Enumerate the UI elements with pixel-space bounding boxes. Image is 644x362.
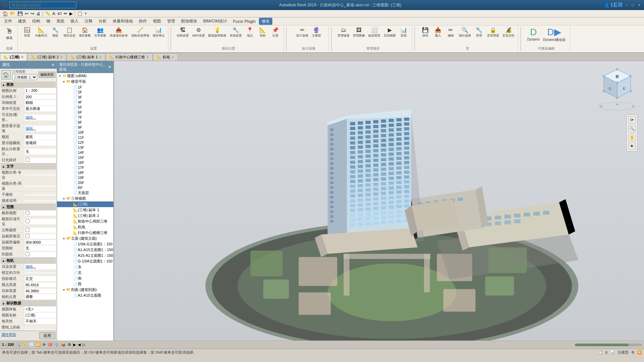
view-tab-3d-copy1-close[interactable]: ✕ — [99, 55, 102, 59]
qa-undo-icon[interactable]: ↩ — [24, 11, 30, 16]
menu-systems[interactable]: 系统 — [54, 18, 67, 25]
browser-item-floor-17F[interactable]: 📄17F — [57, 165, 113, 170]
prop-value-crop-view[interactable] — [24, 210, 56, 216]
browser-item-floor-3F[interactable]: 📄3F — [57, 95, 113, 100]
prop-value-render-settings[interactable]: 编辑... — [24, 264, 56, 269]
browser-item-elev-6[interactable]: 📄南 — [57, 276, 113, 281]
prop-value-dependency[interactable]: 不相关 — [24, 318, 56, 324]
browser-item-floor-11F[interactable]: 📄11F — [57, 135, 113, 140]
prop-value-sun-path[interactable] — [24, 158, 56, 163]
menu-bimcim[interactable]: BIM/CIM设计 — [201, 18, 230, 25]
crop-view-checkbox[interactable] — [25, 211, 30, 215]
menu-massing[interactable]: 体量和场地 — [110, 18, 136, 25]
type-dropdown[interactable]: 三维视图: (三维) — [12, 74, 37, 80]
menu-analyze[interactable]: 分析 — [96, 18, 109, 25]
prop-value-view-template[interactable]: <无> — [24, 306, 56, 312]
far-clip-checkbox[interactable] — [25, 234, 30, 238]
browser-item-floor-4F[interactable]: 📄4F — [57, 100, 113, 105]
minimize-button[interactable]: ─ — [625, 3, 629, 7]
maximize-button[interactable]: □ — [631, 3, 635, 7]
qa-play-icon[interactable]: ▶ — [68, 11, 74, 16]
prop-value-target-elevation[interactable]: 46.3860 — [24, 289, 56, 293]
prop-value-view-name[interactable]: (三维) — [24, 312, 56, 318]
view-tab-3d-copy1[interactable]: 📐 (三维) 副本 1 ✕ — [67, 53, 106, 61]
browser-item-floor-9F[interactable]: 📄9F — [57, 125, 113, 130]
browser-item-floor-1F[interactable]: 📄1F — [57, 84, 113, 89]
qa-save-icon[interactable]: 💾 — [16, 11, 24, 16]
prop-section-identity[interactable]: ▲ 标识数据 — [1, 300, 56, 306]
browser-section-elevation[interactable]: ▼ 📂 立面 (建筑立面) — [57, 236, 113, 241]
qa-tag-icon[interactable]: 🏷 — [56, 11, 63, 16]
view-tab-3d-copy2-close[interactable]: ✕ — [60, 55, 63, 59]
prop-value-far-clip-active[interactable] — [24, 234, 56, 239]
browser-item-3d-2[interactable]: 📐(三维) 副本 2 — [57, 213, 113, 219]
scale-icon-target[interactable]: 🎯 — [48, 343, 52, 347]
browser-item-floor-18F[interactable]: 📄18F — [57, 170, 113, 175]
prop-value-visibility[interactable]: 编辑... — [24, 115, 56, 120]
browser-item-floor-RF[interactable]: 📄RF — [57, 185, 113, 190]
qa-open-icon[interactable]: 📂 — [9, 11, 16, 16]
ribbon-btn-mep-settings[interactable]: ⚙ MEP设置 — [191, 27, 206, 39]
browser-item-floor-12F[interactable]: 📄12F — [57, 140, 113, 145]
ribbon-btn-project-info[interactable]: 📋 项目信息 — [62, 27, 77, 39]
ribbon-btn-material[interactable]: 🪟 材质 — [21, 27, 33, 39]
ribbon-btn-shared-params[interactable]: 👥 共享参数 — [93, 27, 108, 39]
browser-item-3d-5[interactable]: 📐行政中心楼梯三维 — [57, 230, 113, 236]
prop-value-parts-visibility[interactable]: 显示两者 — [24, 106, 56, 112]
prop-value-section-box[interactable] — [24, 252, 56, 257]
ribbon-btn-startup-view[interactable]: ▶ 启动视图 — [382, 27, 397, 39]
ribbon-btn-struct-settings[interactable]: 🏗 结构设置 — [175, 27, 190, 39]
ribbon-btn-project-units[interactable]: 📊 项目单位 — [151, 27, 166, 39]
prop-value-camera-position[interactable]: 调整 — [24, 294, 56, 300]
view-tab-3d[interactable]: 📐 (三维) ✕ — [0, 53, 27, 61]
type-edit-button[interactable]: 编辑类型 — [39, 72, 55, 78]
prop-value-description[interactable] — [24, 200, 56, 201]
nav-pan-btn[interactable]: ✋ — [628, 134, 636, 141]
browser-item-floor-14F[interactable]: 📄14F — [57, 150, 113, 155]
ribbon-btn-dynamo[interactable]: D Dynamo — [526, 27, 541, 42]
browser-close-icon[interactable]: ✕ — [108, 65, 111, 69]
ribbon-btn-select-by-id[interactable]: 🔍 按ID选择 — [458, 27, 472, 39]
browser-item-floor-5F[interactable]: 📄5F — [57, 105, 113, 110]
browser-item-floor-8F[interactable]: 📄8F — [57, 120, 113, 125]
menu-collaborate[interactable]: 协作 — [136, 18, 150, 25]
prop-value-locked-orientation[interactable] — [24, 273, 56, 273]
scale-icon-next[interactable]: ▷ — [83, 343, 85, 347]
apply-button[interactable]: 应用 — [39, 332, 55, 339]
prop-value-view-class-use[interactable] — [24, 186, 56, 186]
prop-section-text[interactable]: ▲ 文字 — [1, 163, 56, 170]
ribbon-btn-object-styles[interactable]: 📐 对象样式 — [34, 27, 49, 39]
browser-item-floor-7F[interactable]: 📄7F — [57, 115, 113, 120]
nav-zoom-btn[interactable]: 🔍 — [628, 125, 636, 132]
browser-section-floor[interactable]: ▼ 📂 楼层平面 — [57, 79, 113, 84]
ribbon-btn-snapping[interactable]: 🔧 捕捉 — [49, 27, 61, 39]
prop-value-analysis-display[interactable]: 无 — [24, 149, 56, 155]
browser-item-floor-15F[interactable]: 📄15F — [57, 155, 113, 160]
ribbon-btn-save[interactable]: 💾 保存 — [419, 27, 431, 39]
nav-orbit-btn[interactable]: ⟳ — [628, 116, 636, 124]
scale-icon-settings[interactable]: ⚙ — [68, 343, 71, 347]
scale-icon-rotate[interactable]: 🔁 — [36, 343, 41, 347]
status-icon-settings[interactable]: ⚙ — [631, 350, 635, 355]
nav-look-btn[interactable]: 👁 — [628, 142, 636, 150]
browser-item-elev-1[interactable]: 📄A1-A15立面图1：150 — [57, 247, 113, 253]
scale-icon-rewind[interactable]: ◀ — [78, 343, 80, 347]
ribbon-btn-coordinates[interactable]: 📐 坐标 — [257, 27, 269, 39]
browser-item-floor-16F[interactable]: 📄16F — [57, 160, 113, 165]
ribbon-btn-project-params[interactable]: 🏠 项目参数 — [77, 27, 92, 39]
ribbon-btn-macro-security[interactable]: 🔏 宏安全性 — [501, 27, 516, 39]
annotation-crop-checkbox[interactable] — [25, 228, 30, 232]
browser-item-elev-5[interactable]: 📄北 — [57, 270, 113, 276]
ribbon-btn-macro-manager[interactable]: 🔒 宏管理器 — [486, 27, 500, 39]
ribbon-btn-decal-types[interactable]: ⬜ 贴花类型 — [367, 27, 382, 39]
prop-section-graphics[interactable]: ▲ 图形 — [1, 81, 56, 88]
qa-text-icon[interactable]: A — [51, 11, 56, 16]
prop-value-sub-discipline[interactable] — [24, 194, 56, 195]
view-cube[interactable]: N W E 前 右 左 — [597, 68, 637, 108]
menu-steel[interactable]: 钢 — [44, 18, 53, 25]
prop-value-crop-region-visible[interactable] — [24, 219, 56, 224]
scale-icon-clip[interactable]: 📎 — [54, 343, 59, 347]
prop-value-view-class-specialty[interactable] — [24, 175, 56, 175]
scale-icon-play[interactable]: ▶ — [73, 343, 76, 347]
prop-value-sheet-title[interactable] — [24, 329, 56, 330]
